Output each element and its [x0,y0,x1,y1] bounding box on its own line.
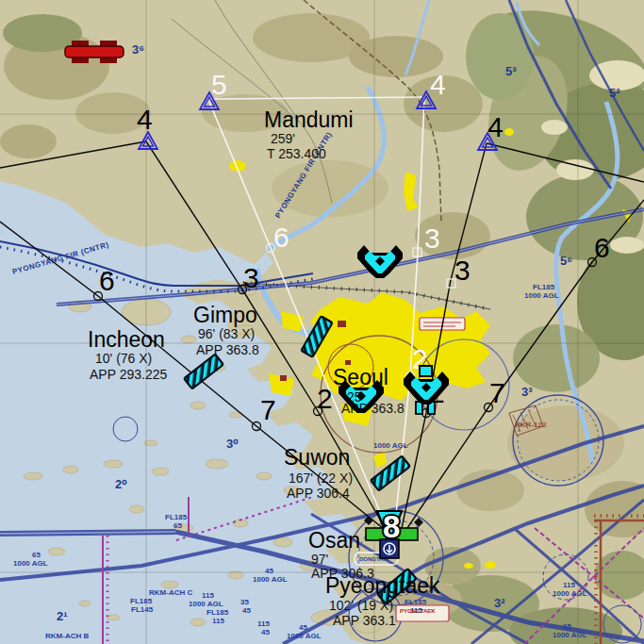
airport-frequency: APP 306.4 [287,486,350,501]
airport-elevation: 259' [271,131,295,146]
airspace-alt-label: 1000 AGL [13,559,48,568]
airspace-alt-label: 1000 AGL [524,291,559,300]
airspace-alt-label: 115 [212,617,224,625]
airspace-alt-label: FL185 [130,597,153,605]
airspace-alt-label: 115 [202,591,214,600]
waypoint-number[interactable]: 5 [211,69,227,100]
waypoint-number[interactable]: 4 [137,104,153,135]
elevation-figure: 2⁰ [115,477,127,491]
airspace-alt-label: 115 [563,581,575,589]
airport-frequency: APP 363.1 [333,613,396,628]
waypoint-number[interactable]: 3 [454,255,471,286]
airspace-alt-label: 1000 AGL [287,632,322,640]
airport-elevation: 167' (22 X) [289,471,353,486]
airport-elevation: 97' [311,552,328,567]
airspace-alt-label: 45 [265,567,273,575]
restricted-area-label: RKR-122 [515,421,547,429]
airport-frequency: APP 363.8 [196,342,259,357]
waypoint-number[interactable]: 4 [430,69,446,100]
airspace-area-label: RKM-ACH B [45,632,89,640]
airspace-alt-label: 1000 AGL [189,600,223,608]
airport-name: Seoul [333,365,388,389]
airspace-alt-label: 45 [242,606,251,615]
waypoint-number-home[interactable]: 8 [383,509,400,544]
waypoint-number[interactable]: 7 [260,394,276,425]
airspace-alt-label: FL185 [405,598,427,606]
airspace-alt-label: 65 [32,551,41,559]
elevation-figure: 5² [609,86,620,100]
airport-elevation: 102' (19 X) [329,598,393,613]
airspace-alt-label: 1000 AGL [373,441,408,450]
airspace-alt-label: 45 [261,628,270,636]
airspace-alt-label: 35 [240,598,249,606]
airspace-alt-label: 1000 AGL [553,589,587,598]
airspace-area-label: RKM-ACH C [149,588,192,597]
elevation-figure: 3⁶ [132,42,144,57]
waypoint-number[interactable]: 6 [99,265,115,296]
airspace-alt-label: 45 [299,623,307,632]
airport-elevation: 96' (83 X) [198,326,255,341]
airspace-alt-label: FL185 [206,608,229,617]
elevation-figure: 3⁰ [226,437,239,451]
airspace-alt-label: 65 [563,622,571,631]
airspace-alt-label: FL185 [165,513,188,521]
airspace-alt-label: FL185 [533,283,555,291]
airspace-alt-label: 65 [173,521,182,530]
elevation-figure: 5⁶ [560,254,572,268]
waypoint-number[interactable]: 3 [243,262,259,293]
waypoint-number[interactable]: 6 [273,222,289,253]
airport-frequency: T 253.400 [267,146,326,161]
airport-label-gimpo: Gimpo 96' (83 X) APP 363.8 [193,303,259,357]
airport-name: Suwon [284,445,350,470]
airport-name: Osan [308,528,360,553]
elevation-figure: 3² [494,596,505,610]
elevation-figure: 3³ [521,385,533,399]
waypoint-number[interactable]: 2 [317,383,333,414]
airport-frequency: APP 293.225 [90,367,167,382]
mission-map[interactable]: 4 5 4 4 6 6 3 3 3 6 2 2 2 7 7 3⁶ 5³ 5² 5… [0,0,644,644]
airspace-alt-label: 1000 AGL [553,631,587,639]
airport-name: Incheon [88,327,165,352]
chart-box-label: PYONGTAEK [400,608,436,614]
waypoint-number[interactable]: 7 [489,377,505,408]
airspace-alt-label: 115 [257,619,270,628]
airport-name: Mandumi [264,107,354,132]
mission-map-stage: 4 5 4 4 6 6 3 3 3 6 2 2 2 7 7 3⁶ 5³ 5² 5… [0,0,644,644]
waypoint-number[interactable]: 6 [594,232,610,263]
airspace-alt-label: FL145 [131,605,154,614]
airport-label-suwon: Suwon 167' (22 X) APP 306.4 [284,445,353,501]
waypoint-number[interactable]: 3 [424,223,440,254]
airport-frequency: APP 363.8 [341,401,405,416]
airport-elevation: 10' (76 X) [95,351,152,366]
waypoint-number[interactable]: 4 [487,111,504,142]
elevation-figure: 5³ [505,64,517,78]
airport-name: Gimpo [193,303,257,327]
airspace-alt-label: 1000 AGL [253,575,288,584]
airport-name: Pyeongtaek [325,573,440,598]
elevation-figure: 2¹ [57,609,68,623]
